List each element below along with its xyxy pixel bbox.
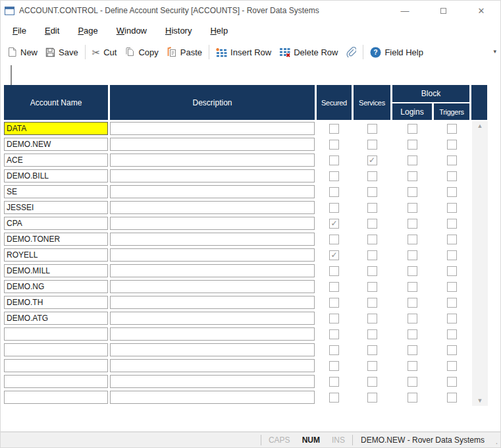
block-logins-checkbox[interactable] (408, 377, 417, 387)
description-cell[interactable] (110, 327, 315, 341)
secured-checkbox[interactable] (329, 235, 339, 244)
delete-row-button[interactable]: Delete Row (275, 45, 342, 60)
description-cell[interactable] (110, 264, 315, 277)
menu-file[interactable]: File (6, 23, 33, 38)
services-checkbox[interactable] (367, 235, 377, 244)
secured-checkbox[interactable] (329, 124, 339, 134)
block-triggers-checkbox[interactable] (447, 282, 457, 292)
secured-checkbox[interactable] (329, 140, 339, 150)
block-triggers-checkbox[interactable] (447, 266, 457, 276)
block-logins-checkbox[interactable] (408, 329, 417, 339)
account-name-cell[interactable]: DEMO.MILL (4, 264, 108, 277)
block-logins-checkbox[interactable] (408, 235, 417, 244)
attach-button[interactable] (342, 44, 360, 61)
field-help-button[interactable]: ? Field Help (366, 44, 427, 61)
scroll-down-icon[interactable]: ▼ (477, 398, 483, 404)
services-checkbox[interactable] (367, 171, 377, 181)
menu-edit[interactable]: Edit (38, 23, 66, 38)
block-triggers-checkbox[interactable] (447, 393, 457, 403)
block-logins-checkbox[interactable] (408, 393, 417, 403)
block-logins-checkbox[interactable] (408, 361, 417, 371)
secured-checkbox[interactable]: ✓ (329, 219, 339, 229)
services-checkbox[interactable] (367, 140, 377, 150)
block-logins-checkbox[interactable] (408, 124, 417, 134)
description-cell[interactable] (110, 154, 315, 167)
block-triggers-checkbox[interactable] (447, 361, 457, 371)
toolbar-overflow-icon[interactable]: ▾ (493, 48, 496, 55)
description-cell[interactable] (110, 391, 315, 404)
account-name-cell[interactable]: DEMO.TH (4, 296, 108, 309)
account-name-cell[interactable] (4, 327, 108, 341)
account-name-cell[interactable]: DEMO.NG (4, 280, 108, 293)
block-logins-checkbox[interactable] (408, 282, 417, 292)
description-cell[interactable] (110, 201, 315, 214)
description-cell[interactable] (110, 169, 315, 182)
services-checkbox[interactable] (367, 187, 377, 197)
block-logins-checkbox[interactable] (408, 266, 417, 276)
block-triggers-checkbox[interactable] (447, 124, 457, 134)
description-cell[interactable] (110, 138, 315, 151)
account-name-cell[interactable]: DATA (4, 122, 108, 135)
block-logins-checkbox[interactable] (408, 298, 417, 308)
block-logins-checkbox[interactable] (408, 171, 417, 181)
secured-checkbox[interactable] (329, 329, 339, 339)
block-triggers-checkbox[interactable] (447, 250, 457, 260)
description-cell[interactable] (110, 343, 315, 356)
block-triggers-checkbox[interactable] (447, 155, 457, 165)
block-triggers-checkbox[interactable] (447, 235, 457, 244)
secured-checkbox[interactable] (329, 377, 339, 387)
secured-checkbox[interactable] (329, 314, 339, 323)
account-name-cell[interactable]: DEMO.NEW (4, 138, 108, 151)
minimize-button[interactable]: — (386, 1, 424, 20)
secured-checkbox[interactable] (329, 203, 339, 213)
menu-window[interactable]: Window (110, 23, 153, 38)
account-name-cell[interactable] (4, 343, 108, 356)
description-cell[interactable] (110, 296, 315, 309)
account-name-cell[interactable]: ACE (4, 154, 108, 167)
block-triggers-checkbox[interactable] (447, 298, 457, 308)
block-triggers-checkbox[interactable] (447, 171, 457, 181)
block-triggers-checkbox[interactable] (447, 345, 457, 355)
description-cell[interactable] (110, 312, 315, 325)
services-checkbox[interactable] (367, 124, 377, 134)
block-triggers-checkbox[interactable] (447, 140, 457, 150)
description-cell[interactable] (110, 233, 315, 246)
copy-button[interactable]: Copy (120, 44, 162, 60)
services-checkbox[interactable] (367, 377, 377, 387)
block-triggers-checkbox[interactable] (447, 377, 457, 387)
insert-row-button[interactable]: Insert Row (212, 45, 275, 60)
paste-button[interactable]: Paste (163, 44, 206, 60)
account-name-cell[interactable]: SE (4, 185, 108, 198)
description-cell[interactable] (110, 217, 315, 230)
description-cell[interactable] (110, 185, 315, 198)
services-checkbox[interactable] (367, 282, 377, 292)
services-checkbox[interactable]: ✓ (367, 155, 377, 165)
account-name-cell[interactable]: JESSEI (4, 201, 108, 214)
block-logins-checkbox[interactable] (408, 219, 417, 229)
services-checkbox[interactable] (367, 266, 377, 276)
resize-grip[interactable] (491, 432, 500, 447)
secured-checkbox[interactable] (329, 282, 339, 292)
block-triggers-checkbox[interactable] (447, 187, 457, 197)
block-triggers-checkbox[interactable] (447, 219, 457, 229)
description-cell[interactable] (110, 280, 315, 293)
services-checkbox[interactable] (367, 298, 377, 308)
account-name-cell[interactable]: DEMO.BILL (4, 169, 108, 182)
block-logins-checkbox[interactable] (408, 155, 417, 165)
maximize-button[interactable] (424, 1, 462, 20)
block-triggers-checkbox[interactable] (447, 314, 457, 323)
block-logins-checkbox[interactable] (408, 314, 417, 323)
menu-help[interactable]: Help (203, 23, 234, 38)
account-name-cell[interactable]: DEMO.ATG (4, 312, 108, 325)
account-name-cell[interactable]: ROYELL (4, 248, 108, 262)
services-checkbox[interactable] (367, 250, 377, 260)
secured-checkbox[interactable]: ✓ (329, 250, 339, 260)
description-cell[interactable] (110, 359, 315, 372)
account-name-cell[interactable] (4, 391, 108, 404)
description-cell[interactable] (110, 375, 315, 388)
scroll-up-icon[interactable]: ▲ (477, 123, 483, 129)
cut-button[interactable]: ✂ Cut (88, 45, 121, 60)
services-checkbox[interactable] (367, 203, 377, 213)
block-logins-checkbox[interactable] (408, 187, 417, 197)
close-button[interactable]: ✕ (462, 1, 500, 20)
